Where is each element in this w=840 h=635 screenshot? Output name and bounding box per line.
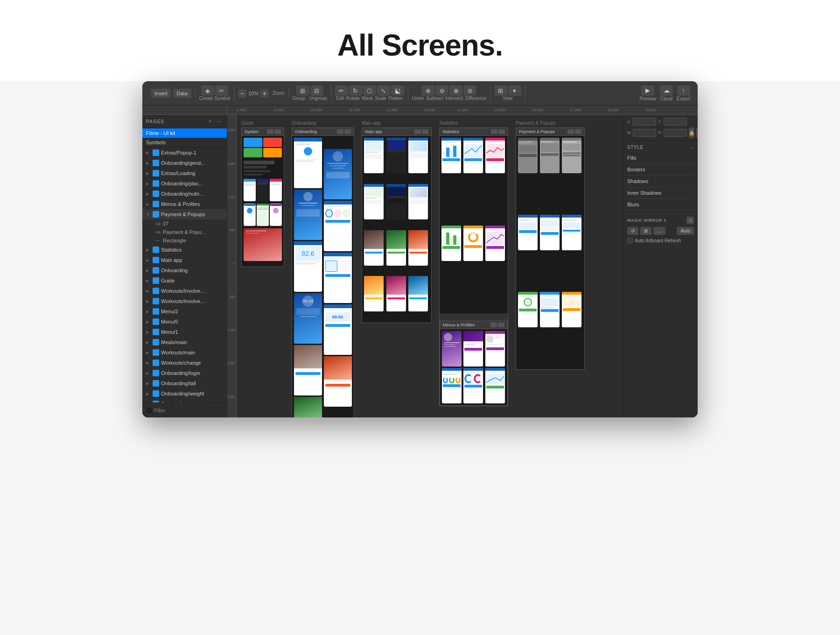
mm-more-btn[interactable]: … xyxy=(653,227,665,235)
mask-icon-btn[interactable]: ⬡ xyxy=(363,85,376,96)
mm-refresh-btn[interactable]: ↺ xyxy=(627,227,638,235)
insert-button[interactable]: Insert xyxy=(151,89,171,98)
sidebar-item-meals-main[interactable]: ▶ Meals/main xyxy=(142,337,227,347)
artboard-actions xyxy=(337,129,351,134)
sidebar-item-menu2[interactable]: ▶ Menu/2 xyxy=(142,306,227,317)
view-down-btn[interactable]: ▾ xyxy=(508,85,521,96)
sidebar-item-main-app[interactable]: ▶ Main app xyxy=(142,255,227,265)
group-icon-btn[interactable]: ⊞ xyxy=(296,85,309,96)
artboard-btn[interactable] xyxy=(575,129,581,134)
artboard-btn[interactable] xyxy=(422,129,428,134)
sidebar-item-extras-loading[interactable]: ▶ Extras/Loading xyxy=(142,168,227,178)
ruler-tick: 18,240 xyxy=(607,108,618,112)
rotate-icon-btn[interactable]: ↻ xyxy=(349,85,362,96)
style-fills[interactable]: Fills xyxy=(627,152,694,164)
sidebar-item-statistics[interactable]: ▶ Statistics xyxy=(142,245,227,255)
sidebar-item-menu5[interactable]: ▶ Menu/5 xyxy=(142,317,227,327)
difference-icon-btn[interactable]: ⊘ xyxy=(463,85,476,96)
flatten-icon-btn[interactable]: ⬕ xyxy=(391,85,404,96)
layer-icon xyxy=(153,277,159,284)
artboard-payment-frame[interactable]: Payment & Popups xyxy=(516,127,585,370)
mm-auto-btn[interactable]: Auto xyxy=(677,227,694,235)
artboard-btn[interactable] xyxy=(414,129,421,134)
page-item-fitme[interactable]: Fitme - UI kit xyxy=(142,128,227,138)
flip-btn[interactable]: ↔ xyxy=(696,127,698,138)
mm-copy-btn[interactable]: ⊞ xyxy=(640,227,651,235)
magic-mirror-settings-btn[interactable]: ⚙ xyxy=(686,217,694,224)
preview-icon-btn[interactable]: ▶ xyxy=(641,85,654,96)
artboard-btn[interactable] xyxy=(274,129,281,134)
sidebar-item-onboarding-nutri[interactable]: ▶ Onboarding/nutri... xyxy=(142,189,227,199)
layer-label: Menu/5 xyxy=(161,319,178,325)
data-button[interactable]: Data xyxy=(173,89,191,98)
artboard-btn[interactable] xyxy=(498,323,504,327)
ruler-vertical: -3,840 -2,880 -1,920 -960 0 960 1,920 2,… xyxy=(227,115,237,417)
view-icon-btn[interactable]: ⊞ xyxy=(494,85,507,96)
style-inner-shadows[interactable]: Inner Shadows xyxy=(627,187,694,199)
artboard-onboarding-frame[interactable]: Onboarding xyxy=(292,127,354,417)
ungroup-icon-btn[interactable]: ⊟ xyxy=(310,85,323,96)
create-symbol-icon-btn[interactable]: ◈ xyxy=(201,85,214,96)
sidebar-item-workouts-involve1[interactable]: ▶ Workouts/Involve... xyxy=(142,286,227,296)
artboard-statistics-frame[interactable]: Statistics xyxy=(439,127,508,406)
sidebar-item-workouts-change[interactable]: ▶ Workouts/change xyxy=(142,358,227,368)
artboard-btn[interactable] xyxy=(491,129,497,134)
sidebar-item-onboarding-tall[interactable]: ▶ Onboarding/tall xyxy=(142,378,227,388)
sidebar-item-extras-popup[interactable]: ▶ Extras/Popup-1 xyxy=(142,148,227,158)
artboard-btn[interactable] xyxy=(490,323,497,327)
add-page-button[interactable]: + xyxy=(206,118,214,125)
edit-icon-btn[interactable]: ✏ xyxy=(335,85,348,96)
sidebar-item-workouts-involve2[interactable]: ▶ Workouts/Involve... xyxy=(142,296,227,306)
ruler-tick: 14,400 xyxy=(457,108,468,112)
sidebar-item-onboarding-login[interactable]: ▶ Onboarding/login xyxy=(142,368,227,378)
artboard-btn[interactable] xyxy=(567,129,574,134)
style-shadows[interactable]: Shadows xyxy=(627,176,694,187)
sub-label: Rectangle xyxy=(163,238,186,243)
sidebar-item-onboarding-weight[interactable]: ▶ Onboarding/weight xyxy=(142,388,227,399)
magic-mirror-header: MAGIC MIRROR 3 ⚙ xyxy=(627,217,694,224)
scale-icon-btn[interactable]: ⤡ xyxy=(377,85,390,96)
artboard-btn[interactable] xyxy=(337,129,343,134)
cloud-icon-btn[interactable]: ☁ xyxy=(660,85,673,96)
zoom-minus-button[interactable]: − xyxy=(238,89,246,98)
create-symbol-extra-btn[interactable]: ✂ xyxy=(215,85,228,96)
auto-refresh-checkbox[interactable] xyxy=(627,238,633,243)
lock-btn[interactable]: 🔒 xyxy=(689,127,694,138)
sidebar-item-payment-popups[interactable]: ▼ Payment & Popups xyxy=(142,209,227,219)
artboard-btn[interactable] xyxy=(344,129,351,134)
h-input[interactable] xyxy=(664,129,687,137)
sidebar-item-menu1[interactable]: ▶ Menu/1 xyxy=(142,327,227,337)
sidebar-item-menus-profiles[interactable]: ▶ Menus & Profiles xyxy=(142,199,227,209)
artboard-btn[interactable] xyxy=(498,129,505,134)
subtract-icon-btn[interactable]: ⊖ xyxy=(435,85,448,96)
zoom-plus-button[interactable]: + xyxy=(260,89,269,98)
sidebar-item-guide[interactable]: ▶ Guide xyxy=(142,275,227,286)
artboard-btn[interactable] xyxy=(267,129,273,134)
sidebar-item-onboarding-plac[interactable]: ▶ Onboarding/plac... xyxy=(142,178,227,189)
y-input[interactable] xyxy=(664,118,687,126)
page-item-symbols[interactable]: Symbols xyxy=(142,138,227,147)
style-borders[interactable]: Borders xyxy=(627,164,694,176)
export-icon-btn[interactable]: ↑ xyxy=(677,85,690,96)
artboard-guide-frame[interactable]: System xyxy=(241,127,284,267)
sidebar-sub-rectangle[interactable]: — Rectangle xyxy=(142,236,227,245)
sidebar-item-onboarding-gend[interactable]: ▶ Onboarding/gend... xyxy=(142,158,227,168)
page-menu-button[interactable]: ⋯ xyxy=(216,118,223,125)
mini-phone xyxy=(270,179,282,201)
sidebar-item-onboarding-gender[interactable]: ▶ Onboarding/gender xyxy=(142,399,227,402)
style-blurs[interactable]: Blurs xyxy=(627,199,694,211)
intersect-icon-btn[interactable]: ⊗ xyxy=(449,85,462,96)
sidebar-sub-payment-popu[interactable]: Aa Payment & Popu... xyxy=(142,228,227,236)
statistics-screens-grid xyxy=(440,136,508,313)
union-icon-btn[interactable]: ⊕ xyxy=(421,85,434,96)
sidebar-item-onboarding[interactable]: ▶ Onboarding xyxy=(142,265,227,275)
w-input[interactable] xyxy=(633,129,656,137)
layer-label: Workouts/change xyxy=(161,360,201,366)
sidebar-sub-07[interactable]: Aa 07 xyxy=(142,219,227,228)
layer-icon xyxy=(153,360,159,366)
sidebar-item-workouts-main[interactable]: ▶ Workouts/main xyxy=(142,347,227,358)
sidebar-filter[interactable]: ⊙ Filter xyxy=(142,402,227,417)
artboard-main-app-frame[interactable]: Main app xyxy=(362,127,432,323)
style-expand-icon[interactable]: ⌄ xyxy=(689,144,694,150)
x-input[interactable] xyxy=(633,118,656,126)
